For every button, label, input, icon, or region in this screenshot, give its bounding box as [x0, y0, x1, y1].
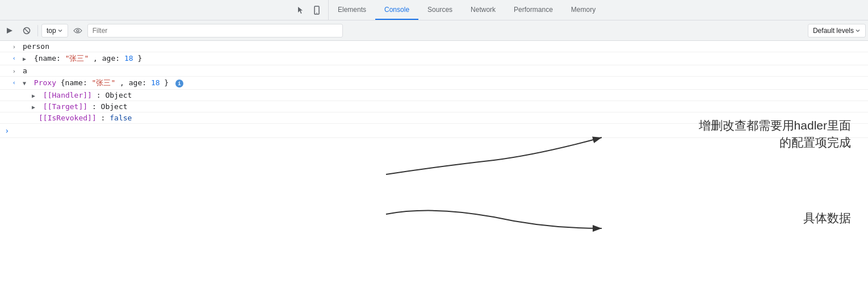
console-row-person-input: › person [0, 41, 868, 52]
row-gutter7 [0, 114, 20, 115]
console-row-proxy: ‹ ▼ Proxy {name: "张三" , age: 18 } i [0, 77, 868, 90]
proxy-content: ▼ Proxy {name: "张三" , age: 18 } i [20, 78, 868, 88]
info-icon[interactable]: i [175, 80, 183, 87]
devtools-icons [290, 0, 329, 20]
main-content: › person ‹ ▶ {name: "张三" , age: 18 } [0, 41, 868, 292]
output-arrow: ‹ [12, 55, 16, 62]
row-gutter5 [0, 91, 20, 92]
cursor-icon[interactable] [294, 3, 308, 17]
input-arrow2: › [12, 68, 16, 75]
svg-line-4 [24, 28, 29, 33]
context-selector[interactable]: top [41, 24, 68, 37]
console-row-person-output: ‹ ▶ {name: "张三" , age: 18 } [0, 52, 868, 65]
block-button[interactable] [19, 23, 34, 38]
svg-point-5 [77, 30, 79, 32]
person-text: person [23, 42, 49, 51]
handler-expand-icon[interactable]: ▶ [32, 93, 39, 99]
console-prompt-row: › [0, 124, 868, 138]
console-row-handler: ▶ [[Handler]] : Object [0, 90, 868, 101]
row-content: person [20, 42, 868, 51]
output-arrow2: ‹ [12, 79, 16, 86]
levels-dropdown-icon [855, 28, 861, 34]
row-content3: a [20, 66, 868, 75]
console-panel: › person ‹ ▶ {name: "张三" , age: 18 } [0, 41, 868, 292]
tab-sources[interactable]: Sources [418, 0, 462, 20]
isrevoked-content: [[IsRevoked]] : false [20, 114, 868, 122]
console-row-target: ▶ [[Target]] : Object [0, 101, 868, 112]
a-text: a [23, 66, 27, 75]
row-gutter2: ‹ [0, 53, 20, 62]
mobile-icon[interactable] [310, 3, 324, 17]
eye-button[interactable] [70, 23, 85, 38]
console-toolbar: top Default levels [0, 20, 868, 41]
tab-performance[interactable]: Performance [505, 0, 562, 20]
filter-input[interactable] [87, 24, 343, 37]
tab-memory[interactable]: Memory [562, 0, 605, 20]
expand-icon[interactable]: ▶ [23, 56, 30, 62]
row-gutter6 [0, 102, 20, 103]
default-levels-selector[interactable]: Default levels [808, 24, 866, 37]
console-row-a-input: › a [0, 65, 868, 77]
console-output: › person ‹ ▶ {name: "张三" , age: 18 } [0, 41, 868, 292]
handler-content: ▶ [[Handler]] : Object [20, 91, 868, 99]
svg-marker-2 [7, 28, 12, 34]
target-expand-icon[interactable]: ▶ [32, 104, 39, 110]
tab-console[interactable]: Console [375, 0, 418, 20]
svg-point-1 [316, 12, 317, 14]
clear-console-button[interactable] [2, 23, 17, 38]
prompt-caret: › [5, 126, 9, 135]
input-arrow: › [12, 43, 16, 51]
row-gutter: › [0, 42, 20, 51]
proxy-expand-icon[interactable]: ▼ [23, 80, 30, 86]
row-content2: ▶ {name: "张三" , age: 18 } [20, 53, 868, 64]
tab-elements[interactable]: Elements [329, 0, 375, 20]
tab-network[interactable]: Network [462, 0, 505, 20]
target-content: ▶ [[Target]] : Object [20, 102, 868, 111]
dropdown-arrow-icon [57, 28, 63, 34]
separator1 [37, 25, 38, 36]
row-gutter3: › [0, 66, 20, 75]
row-gutter4: ‹ [0, 78, 20, 86]
console-row-isrevoked: [[IsRevoked]] : false [0, 112, 868, 124]
tab-bar: Elements Console Sources Network Perform… [0, 0, 868, 20]
tabs-container: Elements Console Sources Network Perform… [329, 0, 868, 20]
